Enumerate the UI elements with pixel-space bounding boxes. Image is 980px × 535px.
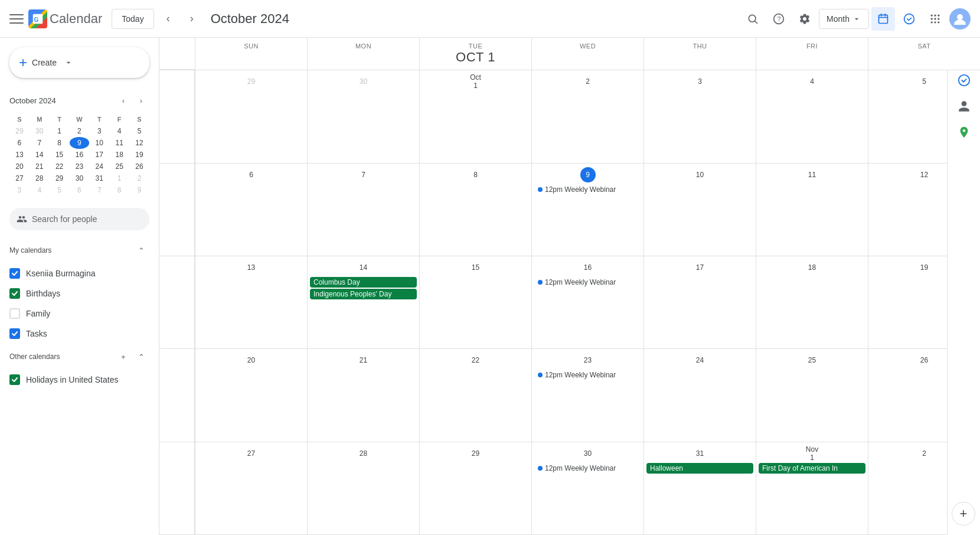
mini-cal-day[interactable]: 29: [50, 172, 70, 184]
mini-cal-day[interactable]: 25: [109, 161, 129, 172]
day-number[interactable]: 3: [692, 74, 708, 89]
day-number[interactable]: 4: [805, 74, 820, 89]
day-number[interactable]: 17: [692, 260, 708, 275]
event-chip[interactable]: Indigenous Peoples' Day: [310, 289, 417, 299]
mini-cal-prev[interactable]: ‹: [115, 92, 132, 109]
mini-cal-day[interactable]: 17: [89, 149, 109, 161]
day-number[interactable]: Nov 1: [805, 446, 820, 461]
day-number[interactable]: 18: [805, 260, 820, 275]
today-button[interactable]: Today: [112, 9, 153, 29]
create-button[interactable]: + Create: [9, 47, 149, 78]
cal-checkbox-birthdays[interactable]: [9, 288, 20, 299]
day-number[interactable]: 29: [244, 74, 259, 89]
mini-cal-day[interactable]: 11: [109, 137, 129, 149]
cal-checkbox-kseniia[interactable]: [9, 268, 20, 279]
cal-checkbox-tasks[interactable]: [9, 328, 20, 339]
mini-cal-day[interactable]: 15: [50, 149, 70, 161]
mini-cal-day[interactable]: 31: [89, 172, 109, 184]
day-number[interactable]: 11: [805, 167, 820, 182]
mini-cal-day[interactable]: 22: [50, 161, 70, 172]
day-number[interactable]: 16: [580, 260, 596, 275]
day-number[interactable]: 19: [917, 260, 932, 275]
day-number[interactable]: 10: [692, 167, 708, 182]
add-button[interactable]: +: [952, 502, 975, 526]
mini-cal-day[interactable]: 5: [129, 125, 149, 137]
day-number[interactable]: 26: [917, 353, 932, 368]
calendar-item-birthdays[interactable]: Birthdays: [0, 283, 159, 304]
calendar-item-family[interactable]: Family: [0, 304, 159, 324]
mini-cal-day[interactable]: 20: [9, 161, 30, 172]
day-number[interactable]: 2: [917, 446, 932, 461]
mini-cal-day[interactable]: 29: [9, 125, 30, 137]
hamburger-menu[interactable]: [9, 12, 24, 26]
day-number[interactable]: 15: [468, 260, 484, 275]
mini-cal-day[interactable]: 23: [70, 161, 90, 172]
mini-cal-day[interactable]: 18: [109, 149, 129, 161]
event-chip[interactable]: First Day of American In: [759, 463, 865, 474]
help-button[interactable]: ?: [767, 7, 790, 31]
mini-cal-day[interactable]: 13: [9, 149, 30, 161]
rail-people-icon[interactable]: [952, 94, 976, 118]
mini-cal-day[interactable]: 9: [70, 137, 90, 149]
mini-cal-day[interactable]: 28: [30, 172, 50, 184]
day-number[interactable]: 28: [356, 446, 371, 461]
mini-cal-day[interactable]: 2: [70, 125, 90, 137]
mini-cal-day[interactable]: 21: [30, 161, 50, 172]
mini-cal-day[interactable]: 26: [129, 161, 149, 172]
day-number[interactable]: 7: [356, 167, 371, 182]
mini-cal-day[interactable]: 3: [9, 184, 30, 196]
search-people[interactable]: Search for people: [9, 208, 149, 230]
mini-cal-day[interactable]: 30: [70, 172, 90, 184]
mini-cal-next[interactable]: ›: [133, 92, 149, 109]
my-calendars-collapse[interactable]: ⌃: [133, 242, 149, 259]
mini-cal-day[interactable]: 12: [129, 137, 149, 149]
mini-cal-day[interactable]: 6: [9, 137, 30, 149]
mini-cal-day[interactable]: 4: [109, 125, 129, 137]
day-number[interactable]: 30: [580, 446, 596, 461]
day-number[interactable]: 9: [580, 167, 596, 182]
day-number[interactable]: 30: [356, 74, 371, 89]
day-number[interactable]: 14: [356, 260, 371, 275]
mini-cal-day[interactable]: 8: [50, 137, 70, 149]
day-number[interactable]: 20: [244, 353, 259, 368]
calendar-item-tasks[interactable]: Tasks: [0, 324, 159, 344]
day-number[interactable]: 25: [805, 353, 820, 368]
mini-cal-day[interactable]: 4: [30, 184, 50, 196]
event-chip[interactable]: Columbus Day: [310, 277, 417, 288]
day-number[interactable]: 5: [917, 74, 932, 89]
mini-cal-day[interactable]: 5: [50, 184, 70, 196]
event-chip[interactable]: 12pm Weekly Webinar: [534, 277, 641, 288]
day-number[interactable]: 8: [468, 167, 484, 182]
calendar-item-holidays[interactable]: Holidays in United States: [0, 370, 159, 390]
settings-button[interactable]: [793, 7, 816, 31]
day-number[interactable]: 22: [468, 353, 484, 368]
user-avatar[interactable]: [949, 8, 971, 30]
calendar-item-kseniia[interactable]: Kseniia Burmagina: [0, 263, 159, 283]
day-number[interactable]: 31: [692, 446, 708, 461]
day-number[interactable]: 13: [244, 260, 259, 275]
mini-cal-day[interactable]: 27: [9, 172, 30, 184]
add-other-calendar[interactable]: +: [115, 348, 132, 365]
day-number[interactable]: 6: [244, 167, 259, 182]
mini-cal-day[interactable]: 10: [89, 137, 109, 149]
day-number[interactable]: 29: [468, 446, 484, 461]
rail-maps-icon[interactable]: [952, 120, 976, 144]
day-number[interactable]: 21: [356, 353, 371, 368]
event-chip[interactable]: 12pm Weekly Webinar: [534, 184, 641, 195]
mini-cal-day[interactable]: 2: [129, 172, 149, 184]
prev-month-button[interactable]: ‹: [159, 9, 178, 28]
day-number[interactable]: 23: [580, 353, 596, 368]
mini-cal-day[interactable]: 16: [70, 149, 90, 161]
day-number[interactable]: 24: [692, 353, 708, 368]
mini-cal-day[interactable]: 3: [89, 125, 109, 137]
calendar-view-button[interactable]: [871, 7, 895, 31]
event-chip[interactable]: 12pm Weekly Webinar: [534, 370, 641, 380]
day-number[interactable]: 2: [580, 74, 596, 89]
mini-cal-day[interactable]: 30: [30, 125, 50, 137]
mini-cal-day[interactable]: 19: [129, 149, 149, 161]
day-number[interactable]: 12: [917, 167, 932, 182]
cal-checkbox-family[interactable]: [9, 308, 20, 319]
apps-button[interactable]: [923, 7, 947, 31]
rail-tasks-icon[interactable]: [952, 68, 976, 92]
mini-cal-day[interactable]: 14: [30, 149, 50, 161]
